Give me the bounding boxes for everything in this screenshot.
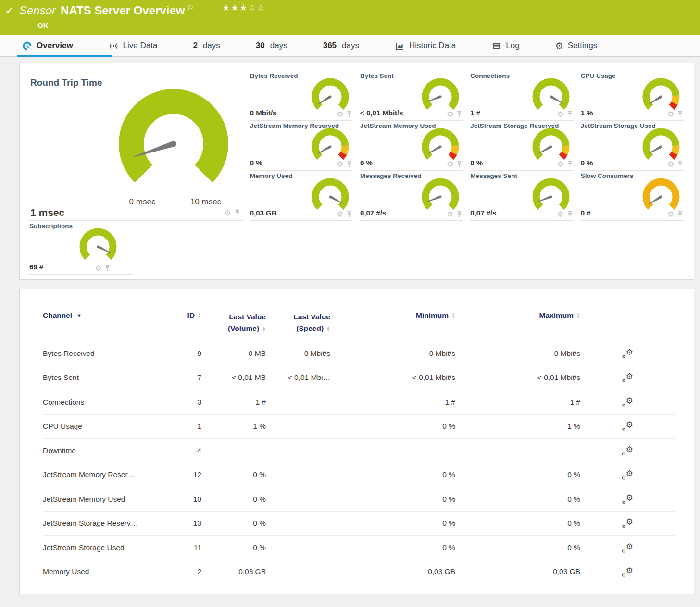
tab-historic-data[interactable]: Historic Data [395, 41, 456, 51]
cell-minimum: < 0,01 Mbit/s [330, 373, 455, 382]
status-check-icon: ✓ [5, 4, 14, 17]
cell-channel: JetStream Memory Reser… [43, 470, 163, 479]
channel-settings-gears-icon[interactable]: ⚙⚙ [622, 469, 633, 480]
col-header-minimum[interactable]: Minimum▲▼ [330, 311, 455, 320]
tab-label: days [342, 41, 359, 51]
cell-last-speed: < 0,01 Mbi… [266, 373, 330, 382]
flag-icon[interactable]: ⚐ [187, 3, 193, 12]
col-header-channel[interactable]: Channel▼ [43, 311, 163, 320]
status-badge: OK [38, 21, 49, 29]
channel-settings-gears-icon[interactable]: ⚙⚙ [622, 445, 633, 456]
tab-log[interactable]: Log [491, 41, 519, 51]
table-row: JetStream Storage Reserv…130 %0 %0 %⚙⚙ [43, 512, 675, 536]
tab-30-days[interactable]: 30days [256, 41, 288, 51]
col-header-last-volume[interactable]: Last Value (Volume)▲▼ [201, 311, 266, 334]
gauge-jetstream-storage-used[interactable]: JetStream Storage Used0 %⚙ [581, 121, 684, 171]
cell-maximum: < 0,01 Mbit/s [455, 373, 580, 382]
gauge-arc [418, 77, 462, 113]
gear-icon: ⚙ [555, 41, 563, 51]
gauge-value: 0 % [360, 159, 373, 167]
cell-minimum: 1 # [330, 398, 455, 406]
gauge-grid: Round Trip Time 0 msec 10 msec 1 msec ⚙ … [29, 71, 684, 275]
channel-settings-gears-icon[interactable]: ⚙⚙ [622, 543, 633, 553]
cell-maximum: 1 % [455, 422, 580, 430]
table-row: Connections31 #1 #1 #⚙⚙ [43, 390, 675, 415]
gauge-arc [308, 177, 352, 213]
gear-icon[interactable]: ⚙ [95, 265, 101, 272]
table-row: Memory Used20,03 GB0,03 GB0,03 GB⚙⚙ [43, 560, 675, 585]
cell-minimum: 0 % [330, 519, 455, 528]
cell-maximum: 0 % [455, 544, 580, 552]
cell-maximum: 0,03 GB [455, 568, 580, 576]
cell-channel: Connections [43, 398, 163, 406]
gauge-title: Messages Received [360, 172, 422, 179]
tab-label: Settings [568, 41, 597, 51]
cell-maximum: 0 % [455, 470, 580, 479]
col-header-id[interactable]: ID▲▼ [163, 311, 201, 320]
cell-id: 7 [163, 373, 201, 382]
gauge-bytes-received[interactable]: Bytes Received0 Mbit/s⚙ [250, 71, 353, 121]
tab-label: Historic Data [409, 41, 456, 51]
gauge-arc [418, 177, 462, 213]
gauge-jetstream-memory-used[interactable]: JetStream Memory Used0 %⚙ [360, 121, 463, 171]
cell-id: 3 [163, 398, 201, 406]
col-header-maximum[interactable]: Maximum▲▼ [455, 311, 580, 320]
gauge-title: Round Trip Time [30, 77, 102, 88]
channel-settings-gears-icon[interactable]: ⚙⚙ [622, 397, 633, 407]
gauge-arc [418, 127, 462, 163]
sort-icon: ▲▼ [451, 312, 455, 319]
gauge-value: 0 % [581, 159, 593, 167]
channel-settings-gears-icon[interactable]: ⚙⚙ [622, 494, 633, 505]
channel-settings-gears-icon[interactable]: ⚙⚙ [622, 567, 633, 577]
gauge-round-trip-time[interactable]: Round Trip Time 0 msec 10 msec 1 msec ⚙ [29, 71, 243, 221]
pin-icon[interactable] [234, 209, 240, 216]
gauge-title: Subscriptions [29, 222, 73, 229]
gauge-memory-used[interactable]: Memory Used0,03 GB⚙ [250, 171, 353, 221]
priority-stars[interactable]: ★★★☆☆ [222, 2, 266, 13]
gauge-title: Slow Consumers [581, 172, 634, 179]
sort-icon: ▲▼ [576, 312, 580, 319]
table-row: JetStream Storage Used110 %0 %0 %⚙⚙ [43, 536, 675, 560]
gauge-subscriptions[interactable]: Subscriptions69 #⚙ [29, 221, 133, 275]
channel-settings-gears-icon[interactable]: ⚙⚙ [622, 372, 633, 383]
tab-365-days[interactable]: 365days [323, 41, 359, 51]
gauge-messages-sent[interactable]: Messages Sent0,07 #/s⚙ [470, 171, 574, 221]
cell-minimum: 0 % [330, 470, 455, 479]
gauge-jetstream-memory-reserved[interactable]: JetStream Memory Reserved0 %⚙ [250, 121, 353, 171]
pin-icon[interactable] [104, 265, 111, 272]
cell-minimum: 0 % [330, 422, 455, 430]
channels-panel: Channel▼ ID▲▼ Last Value (Volume)▲▼ Last… [19, 289, 694, 594]
sensor-header: ✓ SensorNATS Server Overview⚐ ★★★☆☆ OK [0, 0, 700, 35]
gauge-arc [76, 227, 120, 263]
sort-icon: ▲▼ [326, 326, 330, 332]
gauge-messages-received[interactable]: Messages Received0,07 #/s⚙ [360, 171, 463, 221]
gauge-cpu-usage[interactable]: CPU Usage1 %⚙ [581, 71, 684, 121]
gauge-value: 69 # [29, 263, 43, 271]
channel-settings-gears-icon[interactable]: ⚙⚙ [622, 421, 633, 431]
gauge-jetstream-storage-reserved[interactable]: JetStream Storage Reserved0 %⚙ [470, 121, 574, 171]
gauge-actions: ⚙ [95, 265, 111, 272]
gauge-arc [308, 127, 352, 163]
tab-live-data[interactable]: Live Data [109, 41, 158, 51]
tab-2-days[interactable]: 2days [193, 41, 220, 51]
broadcast-icon [109, 41, 119, 51]
table-row: JetStream Memory Reser…120 %0 %0 %⚙⚙ [43, 463, 675, 488]
sensor-label: Sensor [19, 4, 56, 17]
gauge-title: Memory Used [250, 172, 293, 179]
tab-overview[interactable]: Overview [22, 41, 73, 51]
table-header: Channel▼ ID▲▼ Last Value (Volume)▲▼ Last… [43, 311, 675, 341]
tab-label: Overview [37, 41, 73, 51]
gear-icon[interactable]: ⚙ [224, 210, 231, 216]
channel-settings-gears-icon[interactable]: ⚙⚙ [622, 518, 633, 529]
channel-settings-gears-icon[interactable]: ⚙⚙ [622, 348, 633, 359]
col-header-last-speed[interactable]: Last Value (Speed)▲▼ [266, 311, 330, 334]
cell-id: 9 [163, 349, 201, 358]
gauge-bytes-sent[interactable]: Bytes Sent< 0,01 Mbit/s⚙ [360, 71, 463, 121]
tab-label: days [270, 41, 288, 51]
gauge-connections[interactable]: Connections1 #⚙ [470, 71, 574, 121]
cell-channel: CPU Usage [43, 422, 163, 430]
sort-icon: ▲▼ [262, 326, 266, 332]
gauge-slow-consumers[interactable]: Slow Consumers0 #⚙ [581, 171, 684, 221]
tab-settings[interactable]: ⚙Settings [555, 41, 597, 51]
cell-channel: JetStream Storage Reserv… [43, 519, 163, 528]
